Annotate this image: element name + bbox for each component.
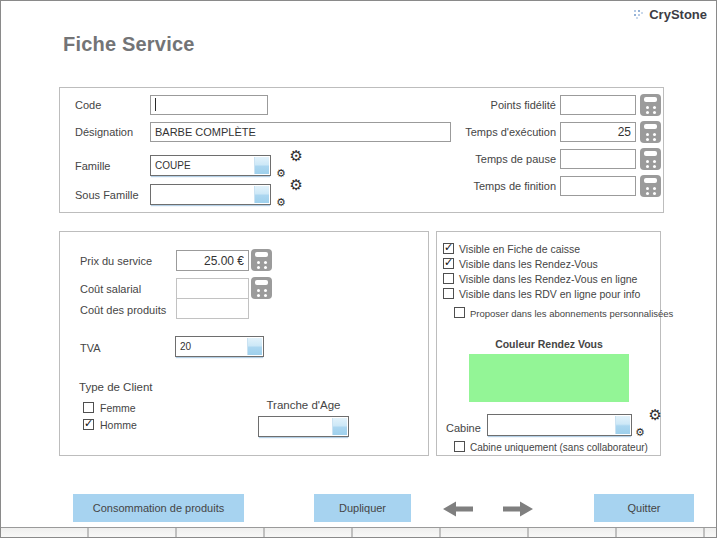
consommation-produits-button[interactable]: Consommation de produits: [73, 494, 244, 522]
tranche-age-dropdown[interactable]: [258, 416, 349, 437]
cout-salarial-input[interactable]: [176, 278, 249, 299]
tva-dropdown-button[interactable]: [247, 338, 262, 355]
prix-service-label: Prix du service: [80, 255, 152, 267]
sous-famille-dropdown-button[interactable]: [254, 186, 269, 203]
famille-dropdown-button[interactable]: [254, 157, 269, 174]
sous-famille-dropdown[interactable]: [150, 184, 271, 205]
homme-label: Homme: [100, 419, 137, 431]
identity-section: Code Désignation Famille COUPE ⚙⚙ Sous F…: [59, 87, 664, 213]
previous-arrow-icon[interactable]: [442, 499, 474, 519]
points-calculator-icon[interactable]: [640, 94, 661, 116]
visible-rdv-ligne-checkbox[interactable]: [443, 273, 454, 284]
famille-label: Famille: [75, 160, 110, 172]
temps-pause-input[interactable]: [560, 149, 636, 169]
prix-service-input[interactable]: [176, 250, 249, 271]
cabine-dropdown-button[interactable]: [615, 416, 630, 434]
homme-checkbox[interactable]: [83, 419, 94, 430]
femme-label: Femme: [100, 402, 136, 414]
code-label: Code: [75, 99, 101, 111]
prix-calculator-icon[interactable]: [251, 249, 272, 271]
proposer-abonnements-checkbox[interactable]: [454, 307, 465, 318]
tva-label: TVA: [80, 342, 101, 354]
sous-famille-label: Sous Famille: [75, 189, 139, 201]
crystone-logo-icon: [633, 9, 645, 21]
couleur-rdv-swatch[interactable]: [469, 354, 629, 402]
temps-execution-label: Temps d'exécution: [460, 126, 556, 138]
sous-famille-settings-gear-icon[interactable]: ⚙⚙: [276, 180, 303, 207]
underlying-window-edge: [1, 527, 716, 537]
visible-caisse-checkbox[interactable]: [443, 243, 454, 254]
couleur-rdv-label: Couleur Rendez Vous: [469, 338, 629, 350]
cout-produits-label: Coût des produits: [80, 304, 166, 316]
visible-rdv-info-label: Visible dans les RDV en ligne pour info: [459, 288, 640, 300]
brand-name: CryStone: [649, 7, 707, 22]
fiche-service-window: CryStone Fiche Service Code Désignation …: [0, 0, 717, 538]
visible-caisse-label: Visible en Fiche de caisse: [459, 243, 580, 255]
tranche-age-dropdown-button[interactable]: [332, 418, 347, 435]
cabine-dropdown[interactable]: [487, 414, 632, 436]
tva-dropdown[interactable]: 20: [175, 336, 264, 357]
designation-input[interactable]: [150, 122, 451, 142]
cabine-uniquement-checkbox[interactable]: [454, 441, 465, 452]
temps-finition-input[interactable]: [560, 176, 636, 196]
quitter-button[interactable]: Quitter: [594, 494, 694, 522]
finition-calculator-icon[interactable]: [640, 175, 661, 197]
pause-calculator-icon[interactable]: [640, 148, 661, 170]
famille-value: COUPE: [151, 156, 270, 171]
tranche-age-label: Tranche d'Age: [258, 399, 349, 411]
visible-rdv-label: Visible dans les Rendez-Vous: [459, 258, 598, 270]
visible-rdv-ligne-label: Visible dans les Rendez-Vous en ligne: [459, 273, 637, 285]
points-fidelite-input[interactable]: [560, 95, 636, 115]
pricing-section: Prix du service Coût salarial Coût des p…: [59, 231, 429, 456]
cout-salarial-calculator-icon[interactable]: [251, 277, 272, 299]
cabine-uniquement-label: Cabine uniquement (sans collaborateur): [470, 442, 648, 453]
proposer-abonnements-label: Proposer dans les abonnements personnali…: [470, 308, 673, 319]
temps-execution-input[interactable]: [560, 122, 636, 142]
famille-dropdown[interactable]: COUPE: [150, 155, 271, 176]
next-arrow-icon[interactable]: [502, 499, 534, 519]
designation-label: Désignation: [75, 126, 133, 138]
cout-produits-input[interactable]: [176, 298, 249, 319]
temps-finition-label: Temps de finition: [460, 180, 556, 192]
cabine-value: [488, 415, 631, 419]
cout-salarial-label: Coût salarial: [80, 283, 141, 295]
points-fidelite-label: Points fidélité: [460, 99, 556, 111]
visible-rdv-info-checkbox[interactable]: [443, 288, 454, 299]
temps-pause-label: Temps de pause: [460, 153, 556, 165]
sous-famille-value: [151, 185, 270, 189]
cabine-settings-gear-icon[interactable]: ⚙⚙: [635, 410, 662, 437]
dupliquer-button[interactable]: Dupliquer: [314, 494, 411, 522]
visibility-section: Visible en Fiche de caisse Visible dans …: [436, 231, 661, 456]
code-input[interactable]: [150, 95, 268, 115]
femme-checkbox[interactable]: [83, 402, 94, 413]
brand: CryStone: [633, 7, 707, 22]
page-title: Fiche Service: [63, 33, 195, 56]
type-client-label: Type de Client: [79, 381, 153, 393]
text-caret: [155, 98, 156, 111]
famille-settings-gear-icon[interactable]: ⚙⚙: [276, 151, 303, 178]
execution-calculator-icon[interactable]: [640, 121, 661, 143]
visible-rdv-checkbox[interactable]: [443, 258, 454, 269]
cabine-label: Cabine: [446, 422, 481, 434]
